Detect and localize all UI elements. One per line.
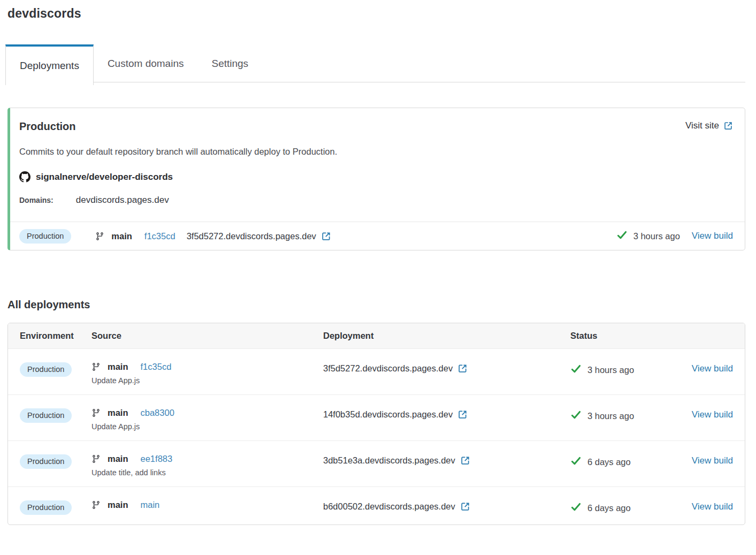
- deployment-url: 3f5d5272.devdiscords.pages.dev: [187, 231, 316, 241]
- git-branch-icon: [91, 500, 101, 510]
- table-row: Production main cba8300 Update App.js 14…: [8, 395, 745, 441]
- commit-link[interactable]: cba8300: [141, 408, 174, 418]
- tab-custom-domains-label: Custom domains: [108, 58, 184, 70]
- deployment-url: 3db51e3a.devdiscords.pages.dev: [323, 455, 455, 466]
- git-branch-icon: [91, 362, 101, 371]
- repo-row: signalnerve/developer-discords: [19, 171, 733, 183]
- commit-link[interactable]: f1c35cd: [144, 231, 175, 241]
- environment-badge: Production: [20, 362, 72, 377]
- check-icon: [616, 230, 628, 243]
- tab-bar: Deployments Custom domains Settings: [5, 44, 745, 82]
- status-time: 3 hours ago: [587, 365, 634, 375]
- commit-message: Update App.js: [91, 376, 323, 385]
- pages-project-page: devdiscords Deployments Custom domains S…: [0, 0, 756, 525]
- commit-link[interactable]: f1c35cd: [141, 362, 172, 372]
- view-build-link[interactable]: View build: [692, 409, 733, 420]
- check-icon: [570, 409, 582, 423]
- environment-badge: Production: [20, 454, 72, 469]
- production-deployment-row: Production main f1c35cd 3f5d5272.devdisc…: [10, 222, 745, 250]
- external-link-icon[interactable]: [457, 363, 468, 374]
- view-build-link[interactable]: View build: [692, 455, 733, 466]
- external-link-icon[interactable]: [460, 501, 470, 512]
- branch-name: main: [108, 500, 128, 510]
- commit-link[interactable]: ee1f883: [141, 454, 173, 464]
- domains-value: devdiscords.pages.dev: [76, 195, 169, 206]
- tab-settings-label: Settings: [211, 58, 248, 70]
- column-header-environment: Environment: [20, 331, 91, 341]
- external-link-icon[interactable]: [457, 409, 468, 420]
- deployment-url: 14f0b35d.devdiscords.pages.dev: [323, 409, 453, 420]
- git-branch-icon: [95, 232, 104, 241]
- external-link-icon: [723, 121, 733, 131]
- github-icon: [19, 171, 30, 183]
- commit-message: Update App.js: [91, 422, 323, 431]
- repo-name: signalnerve/developer-discords: [36, 172, 173, 183]
- visit-site-label: Visit site: [685, 120, 719, 131]
- all-deployments-title: All deployments: [7, 299, 745, 311]
- branch-name: main: [108, 408, 128, 418]
- column-header-source: Source: [91, 331, 323, 341]
- deployments-table: Environment Source Deployment Status Pro…: [7, 323, 745, 525]
- page-title: devdiscords: [7, 6, 745, 21]
- check-icon: [570, 363, 582, 377]
- deployment-url: 3f5d5272.devdiscords.pages.dev: [323, 363, 453, 374]
- tab-settings[interactable]: Settings: [197, 44, 262, 82]
- view-build-link[interactable]: View build: [692, 501, 733, 512]
- domains-label: Domains:: [19, 196, 54, 204]
- production-card-title: Production: [19, 120, 76, 133]
- tab-deployments[interactable]: Deployments: [5, 44, 94, 85]
- production-description: Commits to your default repository branc…: [19, 147, 733, 157]
- environment-badge: Production: [20, 408, 72, 423]
- table-row: Production main main b6d00502.devdiscord…: [8, 487, 745, 524]
- view-build-link[interactable]: View build: [692, 231, 733, 241]
- environment-badge: Production: [19, 229, 71, 244]
- check-icon: [570, 501, 582, 515]
- branch-name: main: [108, 454, 128, 464]
- domains-row: Domains: devdiscords.pages.dev: [19, 195, 733, 206]
- column-header-status: Status: [570, 331, 733, 341]
- external-link-icon[interactable]: [321, 231, 331, 241]
- table-row: Production main f1c35cd Update App.js 3f…: [8, 349, 745, 395]
- status-time: 3 hours ago: [587, 411, 634, 421]
- commit-link[interactable]: main: [141, 500, 160, 510]
- status-time: 3 hours ago: [633, 231, 680, 241]
- git-branch-icon: [91, 408, 101, 417]
- tab-deployments-label: Deployments: [20, 60, 79, 72]
- visit-site-link[interactable]: Visit site: [685, 120, 733, 131]
- table-header-row: Environment Source Deployment Status: [8, 323, 745, 349]
- branch-name: main: [108, 362, 128, 372]
- status-time: 6 days ago: [587, 457, 631, 467]
- deployment-url: b6d00502.devdiscords.pages.dev: [323, 501, 455, 512]
- tab-custom-domains[interactable]: Custom domains: [94, 44, 198, 82]
- view-build-link[interactable]: View build: [692, 363, 733, 374]
- table-row: Production main ee1f883 Update title, ad…: [8, 441, 745, 487]
- check-icon: [570, 455, 582, 469]
- commit-message: Update title, add links: [91, 468, 323, 477]
- production-card: Production Visit site Commits to your de…: [7, 108, 745, 250]
- status-time: 6 days ago: [587, 503, 631, 513]
- external-link-icon[interactable]: [460, 455, 470, 466]
- git-branch-icon: [91, 454, 101, 463]
- column-header-deployment: Deployment: [323, 331, 570, 341]
- environment-badge: Production: [20, 500, 72, 515]
- branch-name: main: [111, 231, 132, 241]
